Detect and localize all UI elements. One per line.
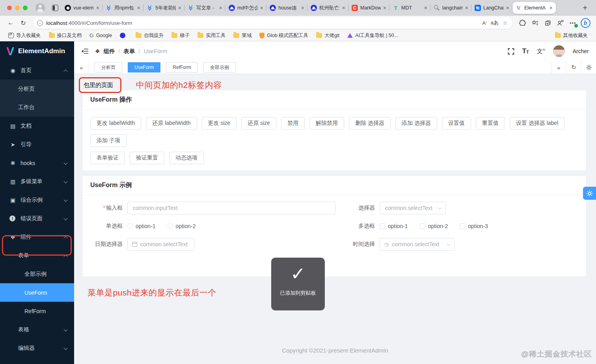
bing-copilot-icon[interactable]: b — [579, 17, 591, 29]
tab-close-icon[interactable]: × — [342, 5, 345, 11]
sidebar-item-workbench[interactable]: 工作台 — [0, 98, 74, 117]
checkbox-option[interactable]: option-2 — [420, 223, 448, 229]
sidebar-item-all-examples[interactable]: 全部示例 — [0, 265, 74, 283]
font-size-icon[interactable] — [522, 47, 529, 55]
bookmark-item[interactable]: 导入收藏夹 — [5, 31, 45, 40]
tags-settings-gear-icon[interactable] — [581, 61, 596, 74]
sidebar-item-multilevel[interactable]: ▥ 多级菜单 — [0, 172, 74, 191]
sidebar-item-guide[interactable]: ➤ 引导 — [0, 135, 74, 154]
url-text[interactable]: localhost:4000/#/Com/form/use-form — [46, 20, 479, 26]
tab-close-icon[interactable]: × — [383, 5, 386, 11]
app-logo[interactable]: V ElementAdmin — [0, 41, 74, 61]
sidebar-item-use-form[interactable]: UseForm — [0, 283, 74, 302]
tab-close-icon[interactable]: × — [549, 5, 553, 11]
sidebar-item-components[interactable]: ❖ 组件 — [0, 228, 74, 246]
vertical-tabs-icon[interactable] — [52, 5, 58, 11]
refresh-page-icon[interactable]: ↻ — [566, 61, 581, 74]
action-button[interactable]: 更改 labelWidth — [90, 117, 141, 130]
bookmark-item[interactable]: 接口及文档 — [45, 31, 86, 40]
back-button[interactable]: ← — [5, 17, 17, 29]
browser-tab[interactable]: LangChai × — [471, 0, 512, 16]
browser-tab[interactable]: vue-elem × — [61, 0, 102, 16]
browser-profile-icon[interactable] — [35, 3, 45, 13]
browser-tab[interactable]: md中怎么 × — [225, 0, 266, 16]
address-bar[interactable]: i localhost:4000/#/Com/form/use-form A a… — [33, 17, 512, 29]
sidebar-item-form[interactable]: 表单 — [0, 246, 74, 265]
translate-icon[interactable]: aあ — [490, 18, 500, 28]
bookmark-item[interactable]: AI工具集导航 | 50... — [344, 31, 402, 40]
sidebar-item-ref-form[interactable]: RefForm — [0, 302, 74, 320]
action-button[interactable]: 还原 labelWidth — [146, 117, 197, 130]
action-button[interactable]: 设置 选择器 label — [510, 117, 564, 130]
bookmark-item[interactable]: Glob 模式匹配工具 — [256, 31, 312, 40]
checkbox-option[interactable]: option-1 — [380, 223, 408, 229]
new-tab-button[interactable]: + — [583, 4, 587, 13]
sidebar-item-docs[interactable]: ▤ 文档 — [0, 117, 74, 135]
action-button[interactable]: 动态选项 — [169, 152, 204, 164]
action-button[interactable]: 设置值 — [442, 117, 471, 130]
bookmark-item[interactable]: 梯子 — [168, 31, 193, 40]
tag-pill[interactable]: 全部示例 — [203, 62, 236, 72]
text-input[interactable] — [127, 202, 335, 214]
fullscreen-icon[interactable] — [508, 48, 514, 55]
settings-more-icon[interactable]: ⋯↑ — [567, 17, 579, 29]
breadcrumb-form[interactable]: 表单 — [124, 48, 135, 55]
scroll-tags-left-icon[interactable]: « — [74, 61, 89, 74]
action-button[interactable]: 解除禁用 — [309, 117, 344, 130]
zoom-window-button[interactable] — [23, 6, 28, 10]
sidebar-item-editor[interactable]: 编辑器 — [0, 339, 74, 357]
action-button[interactable]: 添加 选择器 — [395, 117, 437, 130]
action-button[interactable]: 删除 选择器 — [349, 117, 391, 130]
time-picker-input[interactable]: ◷ — [380, 238, 454, 251]
tab-close-icon[interactable]: × — [506, 5, 509, 11]
action-button[interactable]: 禁用 — [281, 117, 305, 130]
tag-pill[interactable]: 分析页 — [95, 62, 122, 72]
sidebar-item-analysis[interactable]: 分析页 — [0, 80, 74, 98]
date-picker-input[interactable] — [127, 238, 194, 251]
bookmark-item[interactable]: 大佬git — [313, 31, 343, 40]
bookmark-item[interactable]: Google — [86, 31, 115, 40]
username[interactable]: Archer — [573, 48, 589, 54]
sidebar-item-home[interactable]: ◉ 首页 — [0, 61, 74, 80]
action-button[interactable]: 还原 size — [241, 117, 276, 130]
radio-option[interactable]: option-2 — [168, 223, 196, 229]
action-button[interactable]: 验证重置 — [130, 152, 164, 164]
tab-close-icon[interactable]: × — [301, 5, 304, 11]
language-switch-icon[interactable] — [537, 48, 545, 55]
tab-close-icon[interactable]: × — [137, 5, 140, 11]
action-button[interactable]: 更改 size — [202, 117, 237, 130]
tab-close-icon[interactable]: × — [465, 5, 468, 11]
collections-icon[interactable] — [542, 17, 553, 29]
bookmark-item[interactable] — [116, 32, 131, 39]
collapse-sidebar-icon[interactable] — [81, 48, 89, 54]
minimize-window-button[interactable] — [15, 6, 20, 10]
extensions-icon[interactable] — [516, 17, 528, 29]
favorites-icon[interactable] — [529, 17, 541, 29]
action-button[interactable]: 表单验证 — [90, 152, 125, 164]
bookmark-item[interactable]: 莱域 — [230, 31, 255, 40]
read-aloud-icon[interactable]: A — [479, 18, 490, 28]
scroll-tags-right-icon[interactable]: » — [551, 61, 566, 74]
sidebar-item-table[interactable]: 表格 — [0, 320, 74, 339]
radio-option[interactable]: option-1 — [127, 223, 156, 229]
tag-pill[interactable]: UseForm — [128, 62, 160, 72]
refresh-button[interactable]: ↻ — [17, 17, 29, 29]
browser-tab[interactable]: ElementA × — [512, 2, 556, 14]
close-window-button[interactable] — [7, 6, 12, 10]
browser-tab[interactable]: house连 × — [266, 0, 307, 16]
browser-tab[interactable]: 写文章 - × — [184, 0, 225, 16]
tab-close-icon[interactable]: × — [96, 5, 99, 11]
add-favorite-star-icon[interactable]: ☆ — [500, 18, 510, 28]
tab-close-icon[interactable]: × — [178, 5, 181, 11]
select-dropdown[interactable] — [380, 202, 446, 214]
bookmark-item[interactable]: 自我提升 — [132, 31, 167, 40]
bookmark-item[interactable]: 实用工具 — [194, 31, 229, 40]
site-info-icon[interactable]: i — [37, 20, 43, 26]
checkbox-option[interactable]: option-3 — [460, 223, 488, 229]
other-bookmarks-button[interactable]: 其他收藏夹 — [551, 31, 592, 40]
browser-tab[interactable]: 杭州坠亡 × — [307, 0, 348, 16]
tab-close-icon[interactable]: × — [260, 5, 263, 11]
browser-tab[interactable]: langchain × — [430, 0, 471, 16]
tab-close-icon[interactable]: × — [219, 5, 222, 11]
sidebar-item-error-pages[interactable]: ! 错误页面 — [0, 209, 74, 228]
